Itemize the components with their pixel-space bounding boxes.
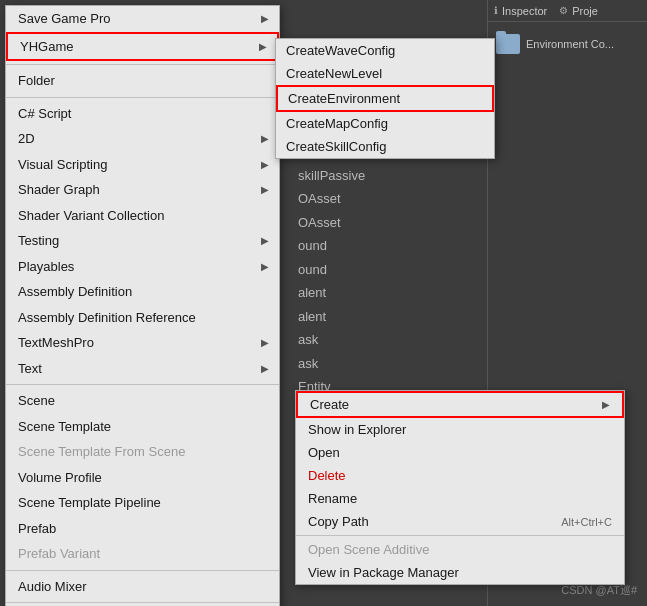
separator [6, 602, 279, 603]
menu-item-label: Prefab Variant [18, 544, 100, 564]
menu-item-2d[interactable]: 2D ▶ [6, 126, 279, 152]
context-menu-label: Open [308, 445, 340, 460]
submenu-item-create-environment[interactable]: CreateEnvironment [276, 85, 494, 112]
context-menu-item-show-explorer[interactable]: Show in Explorer [296, 418, 624, 441]
tab-inspector[interactable]: ℹ Inspector [488, 0, 553, 21]
context-menu-item-delete[interactable]: Delete [296, 464, 624, 487]
menu-item-folder[interactable]: Folder [6, 68, 279, 94]
menu-item-scene-template-from-scene: Scene Template From Scene [6, 439, 279, 465]
menu-item-label: Text [18, 359, 42, 379]
menu-item-label: Scene [18, 391, 55, 411]
menu-item-visual-scripting[interactable]: Visual Scripting ▶ [6, 152, 279, 178]
project-tab-label: Proje [572, 5, 598, 17]
arrow-icon: ▶ [261, 11, 269, 26]
submenu-item-create-skill-config[interactable]: CreateSkillConfig [276, 135, 494, 158]
submenu-item-label: CreateEnvironment [288, 91, 400, 106]
menu-item-text[interactable]: Text ▶ [6, 356, 279, 382]
project-icon: ⚙ [559, 5, 568, 16]
separator [6, 64, 279, 65]
arrow-icon: ▶ [261, 131, 269, 146]
menu-item-volume-profile[interactable]: Volume Profile [6, 465, 279, 491]
yhgame-submenu: CreateWaveConfig CreateNewLevel CreateEn… [275, 38, 495, 159]
menu-item-assembly-def-ref[interactable]: Assembly Definition Reference [6, 305, 279, 331]
menu-item-label: YHGame [20, 37, 73, 57]
menu-item-label: Visual Scripting [18, 155, 107, 175]
shortcut-label: Alt+Ctrl+C [561, 516, 612, 528]
arrow-icon: ▶ [261, 182, 269, 197]
menu-item-label: Scene Template From Scene [18, 442, 185, 462]
arrow-icon: ▶ [261, 233, 269, 248]
context-menu-label: Rename [308, 491, 357, 506]
submenu-item-create-wave-config[interactable]: CreateWaveConfig [276, 39, 494, 62]
menu-item-label: Assembly Definition [18, 282, 132, 302]
context-menu-item-view-package-manager[interactable]: View in Package Manager [296, 561, 624, 584]
menu-item-label: Playables [18, 257, 74, 277]
menu-item-textmeshpro[interactable]: TextMeshPro ▶ [6, 330, 279, 356]
arrow-icon: ▶ [602, 399, 610, 410]
list-item: alent [290, 281, 500, 305]
menu-item-label: TextMeshPro [18, 333, 94, 353]
context-menu-label: View in Package Manager [308, 565, 459, 580]
menu-item-label: Shader Graph [18, 180, 100, 200]
menu-item-assembly-def[interactable]: Assembly Definition [6, 279, 279, 305]
menu-item-label: Volume Profile [18, 468, 102, 488]
menu-item-label: Folder [18, 71, 55, 91]
menu-item-testing[interactable]: Testing ▶ [6, 228, 279, 254]
arrow-icon: ▶ [261, 361, 269, 376]
context-menu-item-create[interactable]: Create ▶ [296, 391, 624, 418]
submenu-item-label: CreateSkillConfig [286, 139, 386, 154]
separator [6, 384, 279, 385]
list-item: OAsset [290, 211, 500, 235]
separator [296, 535, 624, 536]
menu-item-csharp[interactable]: C# Script [6, 101, 279, 127]
inspector-folder-name: Environment Co... [526, 38, 614, 50]
menu-item-save-game-pro[interactable]: Save Game Pro ▶ [6, 6, 279, 32]
context-menu-item-copy-path[interactable]: Copy Path Alt+Ctrl+C [296, 510, 624, 533]
arrow-icon: ▶ [261, 259, 269, 274]
menu-item-scene-template-pipeline[interactable]: Scene Template Pipeline [6, 490, 279, 516]
list-item: skillPassive [290, 164, 500, 188]
arrow-icon: ▶ [259, 39, 267, 54]
context-menu-label: Delete [308, 468, 346, 483]
context-menu-label: Show in Explorer [308, 422, 406, 437]
menu-item-scene-template[interactable]: Scene Template [6, 414, 279, 440]
menu-item-label: Save Game Pro [18, 9, 111, 29]
context-menu-label: Open Scene Additive [308, 542, 429, 557]
list-item: ound [290, 234, 500, 258]
menu-item-label: 2D [18, 129, 35, 149]
menu-item-playables[interactable]: Playables ▶ [6, 254, 279, 280]
menu-item-label: Scene Template Pipeline [18, 493, 161, 513]
menu-item-scene[interactable]: Scene [6, 388, 279, 414]
context-menu-item-rename[interactable]: Rename [296, 487, 624, 510]
inspector-folder: Environment Co... [496, 34, 639, 54]
menu-item-label: Audio Mixer [18, 577, 87, 597]
separator [6, 97, 279, 98]
submenu-item-create-map-config[interactable]: CreateMapConfig [276, 112, 494, 135]
inspector-content: Environment Co... [488, 22, 647, 62]
submenu-item-create-new-level[interactable]: CreateNewLevel [276, 62, 494, 85]
inspector-icon: ℹ [494, 5, 498, 16]
submenu-item-label: CreateNewLevel [286, 66, 382, 81]
attribution-text: CSDN @AT巡# [561, 583, 637, 598]
menu-item-prefab-variant: Prefab Variant [6, 541, 279, 567]
menu-item-prefab[interactable]: Prefab [6, 516, 279, 542]
menu-item-label: C# Script [18, 104, 71, 124]
inspector-tabs: ℹ Inspector ⚙ Proje [488, 0, 647, 22]
submenu-item-label: CreateWaveConfig [286, 43, 395, 58]
submenu-item-label: CreateMapConfig [286, 116, 388, 131]
menu-item-audio-mixer[interactable]: Audio Mixer [6, 574, 279, 600]
list-item: ask [290, 352, 500, 376]
context-menu: Create ▶ Show in Explorer Open Delete Re… [295, 390, 625, 585]
list-item: alent [290, 305, 500, 329]
main-menu: Save Game Pro ▶ YHGame ▶ Folder C# Scrip… [5, 5, 280, 606]
menu-item-label: Assembly Definition Reference [18, 308, 196, 328]
menu-item-shader-variant[interactable]: Shader Variant Collection [6, 203, 279, 229]
menu-item-shader-graph[interactable]: Shader Graph ▶ [6, 177, 279, 203]
list-item: ound [290, 258, 500, 282]
menu-item-yhgame[interactable]: YHGame ▶ [6, 32, 279, 62]
context-menu-label: Create [310, 397, 349, 412]
tab-project[interactable]: ⚙ Proje [553, 0, 604, 21]
context-menu-item-open[interactable]: Open [296, 441, 624, 464]
context-menu-item-open-scene-additive: Open Scene Additive [296, 538, 624, 561]
arrow-icon: ▶ [261, 335, 269, 350]
